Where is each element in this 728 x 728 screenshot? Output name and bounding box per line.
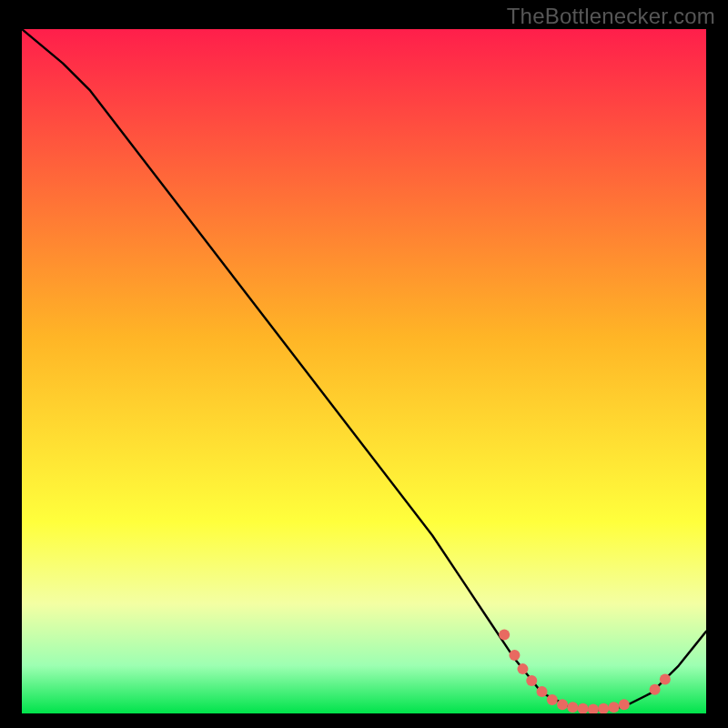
bottleneck-curve-chart xyxy=(22,29,706,713)
data-dot xyxy=(509,650,520,661)
watermark-text: TheBottlenecker.com xyxy=(507,4,715,29)
data-dot xyxy=(499,630,510,641)
data-dot xyxy=(608,702,619,713)
data-dot xyxy=(526,675,537,686)
data-dot xyxy=(547,694,558,705)
data-dot xyxy=(650,684,661,695)
data-dot xyxy=(537,686,548,697)
data-dot xyxy=(517,663,528,674)
data-dot xyxy=(567,702,578,713)
gradient-background xyxy=(22,29,706,713)
chart-frame: TheBottlenecker.com xyxy=(0,0,728,728)
data-dot xyxy=(619,699,630,710)
data-dot xyxy=(660,673,671,684)
chart-plot-area xyxy=(22,29,706,713)
data-dot xyxy=(557,699,568,710)
